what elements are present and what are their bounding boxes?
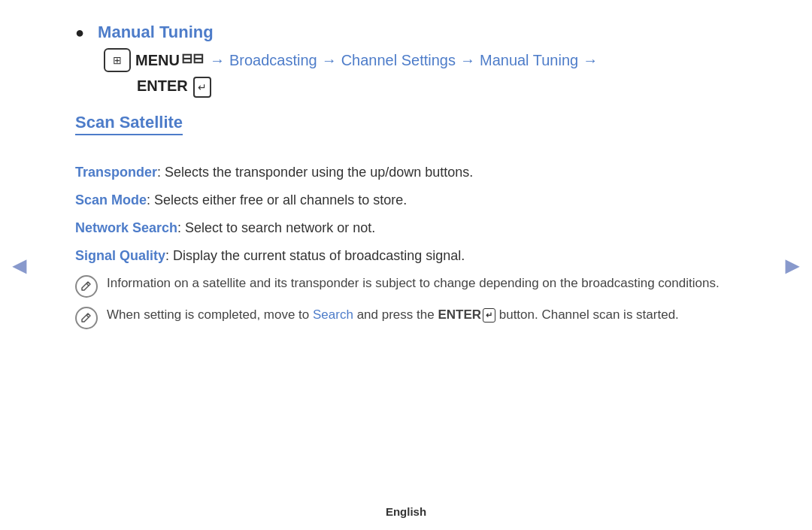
footer: English <box>0 498 812 530</box>
menu-icon: ⊞ <box>104 48 131 72</box>
desc-label-transponder: Transponder <box>75 165 157 180</box>
scan-satellite-section: Scan Satellite <box>75 113 737 149</box>
enter-row: ENTER ↵ <box>104 74 737 98</box>
desc-text-transponder: : Selects the transponder using the up/d… <box>157 165 473 180</box>
path-broadcasting: Broadcasting <box>229 48 317 72</box>
desc-label-signal-quality: Signal Quality <box>75 248 165 263</box>
search-link: Search <box>313 307 353 322</box>
enter-strong: ENTER↵ <box>438 307 495 322</box>
menu-arrow-1: → <box>210 48 225 72</box>
menu-arrow-2: → <box>322 48 337 72</box>
nav-arrow-left[interactable]: ◄ <box>8 251 32 279</box>
scan-satellite-title: Scan Satellite <box>75 113 183 135</box>
desc-label-scan-mode: Scan Mode <box>75 192 147 207</box>
desc-text-scan-mode: : Selects either free or all channels to… <box>147 192 407 207</box>
desc-label-network-search: Network Search <box>75 220 177 235</box>
note-item-2: When setting is completed, move to Searc… <box>75 305 737 329</box>
note-icon-1 <box>75 275 98 298</box>
manual-tuning-title: Manual Tuning <box>98 23 214 42</box>
enter-label: ENTER <box>137 77 188 94</box>
note-item-1: Information on a satellite and its trans… <box>75 274 737 298</box>
note-text-2: When setting is completed, move to Searc… <box>107 305 737 325</box>
desc-text-network-search: : Select to search network or not. <box>177 220 375 235</box>
menu-arrow-3: → <box>460 48 475 72</box>
enter-icon-note: ↵ <box>483 308 495 323</box>
nav-arrow-right[interactable]: ► <box>780 251 804 279</box>
enter-icon: ↵ <box>193 77 211 98</box>
path-channel-settings: Channel Settings <box>341 48 456 72</box>
menu-label: MENU <box>135 48 180 72</box>
note-icon-2 <box>75 307 98 329</box>
path-manual-tuning: Manual Tuning <box>480 48 578 72</box>
menu-path-row: ⊞ MENU ⊟⊟ → Broadcasting → Channel Setti… <box>104 48 737 98</box>
bullet-row: ● Manual Tuning <box>75 23 737 42</box>
note-text-1: Information on a satellite and its trans… <box>107 274 737 293</box>
menu-arrow-4: → <box>583 48 598 72</box>
desc-network-search: Network Search: Select to search network… <box>75 218 737 238</box>
main-content: ● Manual Tuning ⊞ MENU ⊟⊟ → Broadcasting… <box>0 0 812 498</box>
bullet-dot: ● <box>75 24 84 41</box>
desc-text-signal-quality: : Display the current status of broadcas… <box>165 248 465 263</box>
desc-signal-quality: Signal Quality: Display the current stat… <box>75 246 737 266</box>
page-container: ◄ ► ● Manual Tuning ⊞ MENU ⊟⊟ → Broadcas… <box>0 0 812 530</box>
desc-transponder: Transponder: Selects the transponder usi… <box>75 162 737 183</box>
desc-scan-mode: Scan Mode: Selects either free or all ch… <box>75 190 737 210</box>
footer-language: English <box>386 505 426 518</box>
